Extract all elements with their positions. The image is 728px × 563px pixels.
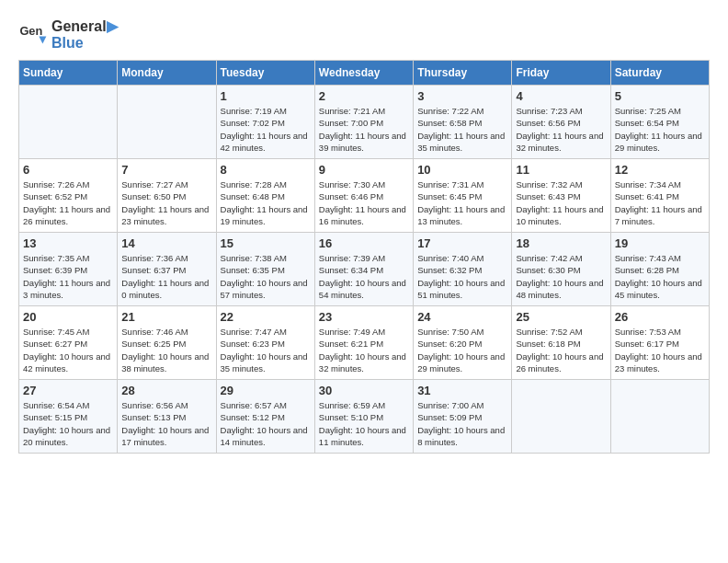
day-number: 31 (417, 384, 507, 397)
day-info: Sunrise: 7:26 AM Sunset: 6:52 PM Dayligh… (23, 178, 113, 227)
day-info: Sunrise: 7:34 AM Sunset: 6:41 PM Dayligh… (615, 178, 705, 227)
calendar-cell: 23Sunrise: 7:49 AM Sunset: 6:21 PM Dayli… (314, 306, 413, 380)
calendar-cell (118, 86, 216, 159)
day-number: 2 (319, 89, 409, 103)
day-number: 11 (516, 163, 606, 177)
logo: G e n General▶ Blue (18, 18, 118, 51)
day-number: 6 (23, 163, 113, 177)
calendar-cell: 1Sunrise: 7:19 AM Sunset: 7:02 PM Daylig… (216, 86, 314, 159)
day-number: 5 (615, 89, 705, 103)
header-day-tuesday: Tuesday (216, 61, 314, 86)
page-header: G e n General▶ Blue (18, 18, 710, 51)
calendar-week-3: 13Sunrise: 7:35 AM Sunset: 6:39 PM Dayli… (19, 233, 710, 306)
calendar-cell: 4Sunrise: 7:23 AM Sunset: 6:56 PM Daylig… (512, 86, 610, 159)
calendar-week-2: 6Sunrise: 7:26 AM Sunset: 6:52 PM Daylig… (19, 159, 710, 233)
day-info: Sunrise: 6:57 AM Sunset: 5:12 PM Dayligh… (221, 399, 311, 448)
calendar-cell: 7Sunrise: 7:27 AM Sunset: 6:50 PM Daylig… (118, 159, 216, 233)
calendar-cell: 25Sunrise: 7:52 AM Sunset: 6:18 PM Dayli… (512, 306, 610, 380)
day-info: Sunrise: 7:53 AM Sunset: 6:17 PM Dayligh… (615, 326, 705, 374)
day-info: Sunrise: 6:59 AM Sunset: 5:10 PM Dayligh… (319, 399, 409, 448)
day-info: Sunrise: 7:30 AM Sunset: 6:46 PM Dayligh… (319, 178, 409, 227)
day-number: 13 (23, 236, 113, 250)
header-day-wednesday: Wednesday (314, 61, 413, 86)
calendar-cell: 8Sunrise: 7:28 AM Sunset: 6:48 PM Daylig… (216, 159, 314, 233)
header-day-monday: Monday (118, 61, 216, 86)
calendar-cell (512, 380, 610, 454)
day-info: Sunrise: 7:50 AM Sunset: 6:20 PM Dayligh… (417, 326, 507, 374)
day-info: Sunrise: 7:31 AM Sunset: 6:45 PM Dayligh… (417, 178, 507, 227)
calendar-week-4: 20Sunrise: 7:45 AM Sunset: 6:27 PM Dayli… (19, 306, 710, 380)
calendar-cell: 3Sunrise: 7:22 AM Sunset: 6:58 PM Daylig… (414, 86, 512, 159)
calendar-week-5: 27Sunrise: 6:54 AM Sunset: 5:15 PM Dayli… (19, 380, 710, 454)
svg-text:n: n (35, 24, 42, 38)
header-day-saturday: Saturday (610, 61, 709, 86)
day-info: Sunrise: 7:47 AM Sunset: 6:23 PM Dayligh… (221, 326, 311, 374)
calendar-week-1: 1Sunrise: 7:19 AM Sunset: 7:02 PM Daylig… (19, 86, 710, 159)
calendar-cell: 27Sunrise: 6:54 AM Sunset: 5:15 PM Dayli… (19, 380, 118, 454)
header-day-friday: Friday (512, 61, 610, 86)
day-number: 15 (221, 236, 311, 250)
day-info: Sunrise: 7:45 AM Sunset: 6:27 PM Dayligh… (23, 326, 113, 374)
calendar-cell: 28Sunrise: 6:56 AM Sunset: 5:13 PM Dayli… (118, 380, 216, 454)
calendar-cell: 6Sunrise: 7:26 AM Sunset: 6:52 PM Daylig… (19, 159, 118, 233)
calendar-cell: 31Sunrise: 7:00 AM Sunset: 5:09 PM Dayli… (414, 380, 512, 454)
day-number: 18 (516, 236, 606, 250)
day-info: Sunrise: 7:43 AM Sunset: 6:28 PM Dayligh… (615, 252, 705, 301)
day-number: 4 (516, 89, 606, 103)
calendar-cell: 9Sunrise: 7:30 AM Sunset: 6:46 PM Daylig… (314, 159, 413, 233)
calendar-cell: 29Sunrise: 6:57 AM Sunset: 5:12 PM Dayli… (216, 380, 314, 454)
calendar-cell: 12Sunrise: 7:34 AM Sunset: 6:41 PM Dayli… (610, 159, 709, 233)
calendar-cell: 26Sunrise: 7:53 AM Sunset: 6:17 PM Dayli… (610, 306, 709, 380)
day-number: 16 (319, 236, 409, 250)
day-number: 17 (417, 236, 507, 250)
day-info: Sunrise: 7:38 AM Sunset: 6:35 PM Dayligh… (221, 252, 311, 301)
calendar-body: 1Sunrise: 7:19 AM Sunset: 7:02 PM Daylig… (19, 86, 710, 454)
calendar-cell: 17Sunrise: 7:40 AM Sunset: 6:32 PM Dayli… (414, 233, 512, 306)
day-info: Sunrise: 7:40 AM Sunset: 6:32 PM Dayligh… (417, 252, 507, 301)
header-day-sunday: Sunday (19, 61, 118, 86)
calendar-cell: 24Sunrise: 7:50 AM Sunset: 6:20 PM Dayli… (414, 306, 512, 380)
calendar-cell: 19Sunrise: 7:43 AM Sunset: 6:28 PM Dayli… (610, 233, 709, 306)
calendar-cell: 30Sunrise: 6:59 AM Sunset: 5:10 PM Dayli… (314, 380, 413, 454)
day-number: 30 (319, 384, 409, 397)
calendar-cell: 2Sunrise: 7:21 AM Sunset: 7:00 PM Daylig… (314, 86, 413, 159)
day-info: Sunrise: 7:00 AM Sunset: 5:09 PM Dayligh… (417, 399, 507, 448)
calendar-cell: 13Sunrise: 7:35 AM Sunset: 6:39 PM Dayli… (19, 233, 118, 306)
calendar-cell: 20Sunrise: 7:45 AM Sunset: 6:27 PM Dayli… (19, 306, 118, 380)
day-number: 14 (121, 236, 211, 250)
calendar-cell: 10Sunrise: 7:31 AM Sunset: 6:45 PM Dayli… (414, 159, 512, 233)
svg-text:G: G (20, 24, 29, 38)
day-number: 12 (615, 163, 705, 177)
day-number: 1 (221, 89, 311, 103)
day-number: 10 (417, 163, 507, 177)
calendar-cell: 16Sunrise: 7:39 AM Sunset: 6:34 PM Dayli… (314, 233, 413, 306)
svg-text:e: e (28, 24, 35, 38)
day-info: Sunrise: 7:27 AM Sunset: 6:50 PM Dayligh… (121, 178, 211, 227)
day-info: Sunrise: 7:39 AM Sunset: 6:34 PM Dayligh… (319, 252, 409, 301)
day-info: Sunrise: 7:46 AM Sunset: 6:25 PM Dayligh… (121, 326, 211, 374)
day-number: 9 (319, 163, 409, 177)
day-info: Sunrise: 7:23 AM Sunset: 6:56 PM Dayligh… (516, 105, 606, 154)
day-info: Sunrise: 7:42 AM Sunset: 6:30 PM Dayligh… (516, 252, 606, 301)
day-number: 29 (221, 384, 311, 397)
calendar-cell: 18Sunrise: 7:42 AM Sunset: 6:30 PM Dayli… (512, 233, 610, 306)
day-info: Sunrise: 7:19 AM Sunset: 7:02 PM Dayligh… (221, 105, 311, 154)
calendar-table: SundayMondayTuesdayWednesdayThursdayFrid… (18, 60, 710, 454)
day-info: Sunrise: 7:52 AM Sunset: 6:18 PM Dayligh… (516, 326, 606, 374)
day-info: Sunrise: 7:32 AM Sunset: 6:43 PM Dayligh… (516, 178, 606, 227)
day-info: Sunrise: 7:36 AM Sunset: 6:37 PM Dayligh… (121, 252, 211, 301)
calendar-cell: 5Sunrise: 7:25 AM Sunset: 6:54 PM Daylig… (610, 86, 709, 159)
day-number: 8 (221, 163, 311, 177)
day-number: 20 (23, 310, 113, 324)
day-number: 28 (121, 384, 211, 397)
day-number: 3 (417, 89, 507, 103)
calendar-cell: 22Sunrise: 7:47 AM Sunset: 6:23 PM Dayli… (216, 306, 314, 380)
day-number: 19 (615, 236, 705, 250)
day-info: Sunrise: 6:54 AM Sunset: 5:15 PM Dayligh… (23, 399, 113, 448)
calendar-header-row: SundayMondayTuesdayWednesdayThursdayFrid… (19, 61, 710, 86)
day-number: 25 (516, 310, 606, 324)
day-info: Sunrise: 7:35 AM Sunset: 6:39 PM Dayligh… (23, 252, 113, 301)
calendar-cell (610, 380, 709, 454)
svg-marker-3 (39, 36, 46, 43)
day-number: 26 (615, 310, 705, 324)
